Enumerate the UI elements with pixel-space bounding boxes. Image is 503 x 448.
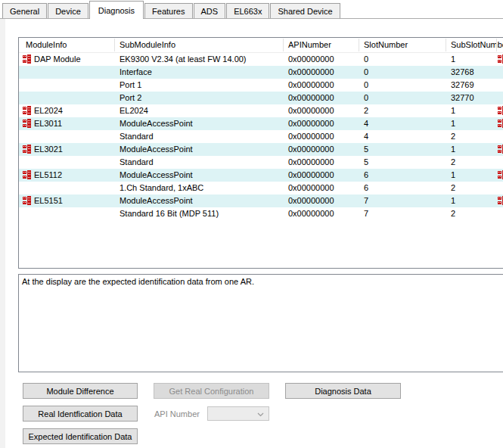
table-row[interactable]: 1.Ch Standard, 1xABC 0x00000000 6 2	[19, 182, 503, 194]
cell-submoduleinfo: ModuleAccessPoint	[120, 117, 193, 130]
cell-apinumber: 0x00000000	[288, 182, 334, 194]
cell-subslotnumber: 1	[451, 143, 455, 156]
cell-subslotnumber: 1	[451, 53, 455, 66]
cell-slotnumber: 6	[364, 169, 368, 182]
cell-slotnumber: 4	[364, 130, 368, 143]
cell-slotnumber: 7	[364, 194, 368, 207]
diagnosis-data-button[interactable]: Diagnosis Data	[285, 383, 401, 399]
cell-submoduleinfo: ModuleAccessPoint	[120, 194, 193, 207]
cell-submoduleinfo: EL2024	[120, 104, 148, 117]
column-header-slotnumber[interactable]: SlotNumber	[364, 38, 408, 52]
column-header-moduleinfo[interactable]: ModuleInfo	[26, 38, 67, 52]
cell-subslotnumber: 2	[451, 156, 455, 169]
tab-label: Features	[152, 7, 185, 16]
column-divider[interactable]	[446, 39, 446, 51]
column-divider[interactable]	[359, 39, 359, 51]
table-row[interactable]: Standard 0x00000000 5 2	[19, 156, 503, 169]
cell-subslotnumber: 32768	[451, 66, 474, 79]
api-number-combobox[interactable]	[207, 406, 269, 421]
table-row[interactable]: EL3021 ModuleAccessPoint 0x00000000 5 1	[19, 143, 503, 156]
cell-moduleinfo: DAP Module	[34, 53, 81, 66]
cell-apinumber: 0x00000000	[288, 92, 334, 104]
cell-submoduleinfo: Standard	[120, 156, 154, 169]
cell-apinumber: 0x00000000	[288, 66, 334, 79]
tab-general[interactable]: General	[2, 3, 47, 18]
cell-subslotnumber: 2	[451, 207, 455, 220]
cell-submoduleinfo: ModuleAccessPoint	[120, 169, 193, 182]
tab-el663x[interactable]: EL663x	[226, 3, 269, 18]
module-difference-button[interactable]: Module Difference	[23, 383, 138, 399]
table-row[interactable]: EL5151 ModuleAccessPoint 0x00000000 7 1	[19, 194, 503, 207]
tab-shared-device[interactable]: Shared Device	[270, 3, 340, 18]
cell-subslotnumber: 2	[451, 130, 455, 143]
cell-submoduleinfo: ModuleAccessPoint	[120, 143, 193, 156]
module-icon	[498, 54, 503, 64]
cell-moduleinfo: EL5112	[34, 169, 62, 182]
table-row[interactable]: DAP Module EK9300 V2.34 (at least FW 14.…	[19, 53, 503, 66]
cell-subslotnumber: 1	[451, 169, 455, 182]
column-divider[interactable]	[496, 39, 497, 51]
description-textbox[interactable]: At the display are the expected identifi…	[18, 274, 503, 372]
cell-slotnumber: 0	[364, 92, 368, 104]
cell-submoduleinfo: Standard 16 Bit (MDP 511)	[120, 207, 219, 220]
module-icon	[23, 170, 32, 179]
tab-label: Device	[55, 7, 81, 16]
cell-submoduleinfo: Port 1	[120, 79, 141, 92]
table-row[interactable]: EL2024 EL2024 0x00000000 2 1	[19, 104, 503, 117]
column-divider[interactable]	[283, 39, 284, 51]
cell-slotnumber: 0	[364, 79, 368, 92]
module-icon	[23, 54, 32, 64]
column-header-apinumber[interactable]: APINumber	[288, 38, 331, 52]
cell-apinumber: 0x00000000	[288, 117, 334, 130]
cell-submoduleinfo: 1.Ch Standard, 1xABC	[120, 182, 203, 194]
cell-slotnumber: 4	[364, 117, 368, 130]
tab-ads[interactable]: ADS	[194, 3, 226, 18]
get-real-configuration-button[interactable]: Get Real Configuration	[154, 383, 269, 399]
cell-slotnumber: 0	[364, 53, 368, 66]
table-row[interactable]: EL5112 ModuleAccessPoint 0x00000000 6 1	[19, 169, 503, 182]
cell-apinumber: 0x00000000	[288, 143, 334, 156]
module-icon	[498, 106, 503, 115]
cell-apinumber: 0x00000000	[288, 130, 334, 143]
expected-identification-data-button[interactable]: Expected Identification Data	[23, 428, 138, 444]
module-icon	[498, 170, 503, 179]
table-row[interactable]: EL3011 ModuleAccessPoint 0x00000000 4 1	[19, 117, 503, 130]
cell-subslotnumber: 32770	[451, 92, 474, 104]
cell-moduleinfo: EL3011	[34, 117, 62, 130]
module-icon	[23, 145, 32, 154]
column-header-submoduleinfo[interactable]: SubModuleInfo	[120, 38, 175, 52]
cell-submoduleinfo: Interface	[120, 66, 152, 79]
table-body: DAP Module EK9300 V2.34 (at least FW 14.…	[19, 53, 503, 220]
panel-left-margin	[0, 19, 5, 448]
description-text: At the display are the expected identifi…	[22, 277, 501, 287]
column-header-subslotnumber[interactable]: SubSlotNumber	[451, 38, 503, 52]
cell-moduleinfo: EL5151	[34, 194, 63, 207]
table-row[interactable]: Standard 16 Bit (MDP 511) 0x00000000 7 2	[19, 207, 503, 220]
cell-slotnumber: 6	[364, 182, 368, 194]
diagnosis-tab-page: General Device Diagnosis Features ADS EL…	[0, 0, 503, 448]
table-row[interactable]: Port 1 0x00000000 0 32769	[19, 79, 503, 92]
tab-label: EL663x	[234, 7, 262, 16]
cell-apinumber: 0x00000000	[288, 207, 334, 220]
cell-submoduleinfo: Standard	[120, 130, 154, 143]
module-icon	[498, 145, 503, 154]
tab-diagnosis[interactable]: Diagnosis	[89, 1, 144, 19]
cell-subslotnumber: 2	[451, 182, 455, 194]
tab-device[interactable]: Device	[48, 3, 88, 18]
column-divider[interactable]	[114, 39, 115, 51]
tab-features[interactable]: Features	[144, 3, 192, 18]
cell-submoduleinfo: EK9300 V2.34 (at least FW 14.00)	[120, 53, 247, 66]
table-row[interactable]: Port 2 0x00000000 0 32770	[19, 92, 503, 104]
module-info-table[interactable]: ModuleInfo SubModuleInfo APINumber SlotN…	[18, 37, 503, 269]
cell-apinumber: 0x00000000	[288, 156, 334, 169]
cell-apinumber: 0x00000000	[288, 194, 334, 207]
cell-apinumber: 0x00000000	[288, 104, 334, 117]
cell-apinumber: 0x00000000	[288, 169, 334, 182]
table-row[interactable]: Standard 0x00000000 4 2	[19, 130, 503, 143]
api-number-label: API Number	[154, 409, 200, 418]
tab-label: Shared Device	[278, 7, 332, 16]
module-icon	[498, 119, 503, 128]
table-row[interactable]: Interface 0x00000000 0 32768	[19, 66, 503, 79]
tab-label: General	[10, 7, 39, 16]
real-identification-data-button[interactable]: Real Identfication Data	[23, 406, 138, 422]
